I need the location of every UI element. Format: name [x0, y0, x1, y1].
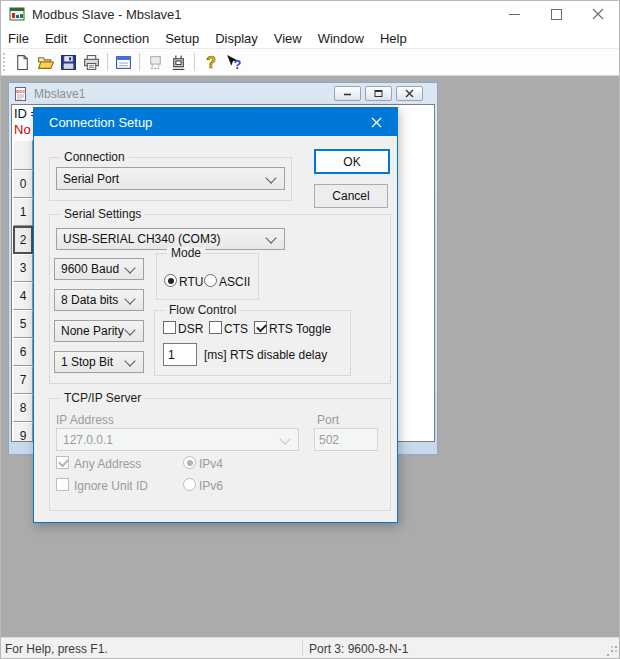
menu-help[interactable]: Help — [372, 28, 415, 49]
menu-edit[interactable]: Edit — [37, 28, 75, 49]
grid-corner-cell[interactable] — [13, 140, 33, 170]
resize-grip[interactable] — [615, 646, 617, 648]
status-bar: For Help, press F1. Port 3: 9600-8-N-1 — [0, 637, 620, 659]
child-close-icon — [405, 89, 414, 98]
help-icon: ? — [202, 54, 219, 71]
menu-window[interactable]: Window — [310, 28, 372, 49]
grid-row-header-8[interactable]: 8 — [13, 394, 33, 422]
grid-row-headers: 0 1 2 3 4 5 6 7 8 9 — [13, 140, 33, 442]
dsr-checkbox-label[interactable]: DSR — [178, 322, 203, 336]
port-input — [314, 428, 378, 451]
menu-display[interactable]: Display — [207, 28, 266, 49]
child-minimize-button[interactable] — [334, 86, 361, 101]
grid-row-header-7[interactable]: 7 — [13, 366, 33, 394]
close-button[interactable] — [577, 0, 619, 28]
ascii-radio[interactable] — [204, 274, 217, 287]
menu-view[interactable]: View — [266, 28, 310, 49]
grid-row-header-1[interactable]: 1 — [13, 198, 33, 226]
rtu-radio-label[interactable]: RTU — [179, 275, 203, 289]
toolbar-separator — [107, 53, 108, 71]
new-file-button[interactable] — [11, 51, 34, 74]
rts-toggle-checkbox[interactable] — [254, 321, 267, 334]
minimize-button[interactable] — [493, 0, 535, 28]
rts-delay-input[interactable] — [163, 343, 197, 366]
parity-combobox[interactable]: None Parity — [54, 320, 144, 342]
app-icon[interactable] — [9, 6, 25, 22]
stop-bits-combobox[interactable]: 1 Stop Bit — [54, 351, 144, 373]
grid-row-header-2[interactable]: 2 — [13, 226, 33, 254]
child-restore-button[interactable] — [365, 86, 392, 101]
grid-row-header-5[interactable]: 5 — [13, 310, 33, 338]
cancel-button[interactable]: Cancel — [314, 184, 388, 208]
dsr-checkbox[interactable] — [163, 321, 176, 334]
cts-checkbox[interactable] — [209, 321, 222, 334]
communication-traffic-button[interactable] — [144, 51, 167, 74]
connection-group-label: Connection — [60, 151, 129, 164]
ok-button[interactable]: OK — [314, 149, 390, 174]
maximize-button[interactable] — [535, 0, 577, 28]
ignore-unit-id-checkbox-label: Ignore Unit ID — [74, 479, 148, 493]
svg-text:?: ? — [206, 54, 216, 71]
context-help-button[interactable]: ? — [222, 51, 245, 74]
baud-rate-combobox[interactable]: 9600 Baud — [54, 258, 144, 280]
save-icon — [60, 54, 77, 71]
menu-connection[interactable]: Connection — [75, 28, 157, 49]
rts-delay-label: [ms] RTS disable delay — [204, 348, 327, 362]
display-setup-button[interactable] — [112, 51, 135, 74]
print-icon — [83, 54, 100, 71]
connection-setup-dialog: Connection Setup Connection Serial Port … — [33, 107, 398, 523]
print-button[interactable] — [80, 51, 103, 74]
window-titlebar: Modbus Slave - Mbslave1 — [0, 0, 620, 28]
toolbar-grip[interactable] — [3, 53, 7, 71]
ascii-radio-label[interactable]: ASCII — [219, 275, 250, 289]
cts-checkbox-label[interactable]: CTS — [224, 322, 248, 336]
connection-type-value: Serial Port — [63, 172, 119, 186]
display-setup-icon — [115, 54, 132, 71]
any-address-checkbox-label: Any Address — [74, 457, 141, 471]
open-file-button[interactable] — [34, 51, 57, 74]
grid-row-header-3[interactable]: 3 — [13, 254, 33, 282]
save-button[interactable] — [57, 51, 80, 74]
context-help-icon: ? — [225, 54, 242, 71]
child-restore-icon — [374, 89, 383, 98]
dialog-title: Connection Setup — [49, 115, 152, 130]
menu-bar: File Edit Connection Setup Display View … — [0, 28, 620, 48]
status-divider — [302, 641, 303, 656]
ipv6-radio-label: IPv6 — [199, 479, 223, 493]
no-connection-label: No — [14, 122, 31, 137]
svg-text:DOC: DOC — [16, 88, 26, 93]
grid-row-header-4[interactable]: 4 — [13, 282, 33, 310]
menu-setup[interactable]: Setup — [157, 28, 207, 49]
window-title: Modbus Slave - Mbslave1 — [32, 7, 182, 22]
ok-button-label: OK — [343, 155, 360, 169]
connection-icon — [170, 54, 187, 71]
maximize-icon — [551, 9, 562, 20]
stop-bits-value: 1 Stop Bit — [61, 355, 113, 369]
child-close-button[interactable] — [396, 86, 423, 101]
rtu-radio[interactable] — [164, 274, 177, 287]
flow-control-group-label: Flow Control — [165, 304, 240, 317]
baud-rate-value: 9600 Baud — [61, 262, 119, 276]
mbslave1-titlebar[interactable]: DOC Mbslave1 — [9, 83, 437, 104]
dialog-titlebar[interactable]: Connection Setup — [34, 108, 397, 136]
cancel-button-label: Cancel — [332, 189, 369, 203]
parity-value: None Parity — [61, 324, 124, 338]
app-window: Modbus Slave - Mbslave1 File Edit Connec… — [0, 0, 620, 659]
mbslave1-title: Mbslave1 — [34, 87, 85, 101]
tcpip-server-group-label: TCP/IP Server — [60, 392, 145, 405]
grid-row-header-6[interactable]: 6 — [13, 338, 33, 366]
connection-type-combobox[interactable]: Serial Port — [56, 167, 285, 190]
data-bits-combobox[interactable]: 8 Data bits — [54, 289, 144, 311]
dialog-close-button[interactable] — [355, 108, 397, 136]
grid-row-header-0[interactable]: 0 — [13, 170, 33, 198]
rts-toggle-checkbox-label[interactable]: RTS Toggle — [269, 322, 331, 336]
mdi-workspace: DOC Mbslave1 ID = N — [0, 76, 620, 637]
menu-file[interactable]: File — [0, 28, 37, 49]
grid-row-header-9[interactable]: 9 — [13, 422, 33, 442]
any-address-checkbox — [56, 456, 69, 469]
connection-button[interactable] — [167, 51, 190, 74]
toolbar-separator — [139, 53, 140, 71]
help-button[interactable]: ? — [199, 51, 222, 74]
dialog-body: Connection Serial Port OK Cancel Serial … — [34, 136, 397, 522]
dialog-close-icon — [371, 117, 382, 128]
